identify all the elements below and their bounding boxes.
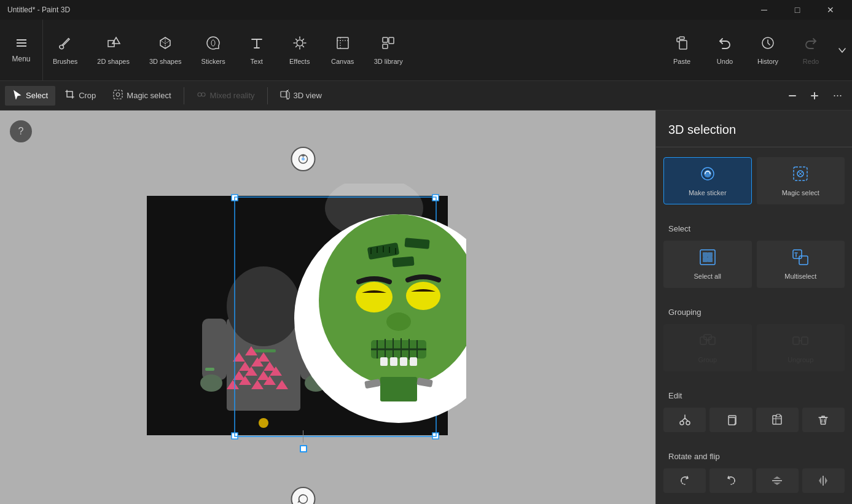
make-sticker-button[interactable]: Make sticker — [663, 157, 752, 204]
select-all-button[interactable]: Select all — [663, 241, 752, 288]
rotate-top-handle[interactable] — [291, 147, 316, 171]
zoom-out-button[interactable] — [784, 87, 801, 104]
svg-rect-51 — [432, 433, 439, 439]
svg-point-44 — [200, 374, 222, 392]
toolbar-mixed-reality[interactable]: Mixed reality — [189, 86, 262, 106]
ribbon-paste[interactable]: Paste — [660, 20, 703, 80]
toolbar-mixed-reality-label: Mixed reality — [210, 91, 255, 100]
main-content: ? — [0, 110, 852, 504]
3dlibrary-label: 3D library — [374, 58, 403, 65]
flip-horizontal-button[interactable] — [802, 468, 845, 493]
toolbar-3d-view-label: 3D view — [294, 91, 322, 100]
canvas-artwork — [141, 184, 466, 441]
menu-button[interactable]: Menu — [0, 20, 43, 80]
ribbon-right: Paste Undo History Redo — [660, 20, 852, 80]
ribbon-3dlibrary[interactable]: 3D library — [364, 20, 413, 80]
menu-label: Menu — [12, 55, 30, 63]
minimize-button[interactable]: ─ — [750, 0, 778, 20]
select-all-icon — [699, 249, 716, 269]
edit-section-title: Edit — [656, 384, 852, 405]
select-buttons: Select all Multiselect — [656, 238, 852, 290]
cut-button[interactable] — [663, 408, 706, 432]
delete-button[interactable] — [802, 408, 845, 432]
help-button[interactable]: ? — [10, 120, 32, 142]
ribbon-effects[interactable]: Effects — [278, 20, 321, 80]
svg-rect-46 — [205, 368, 214, 371]
3d-view-icon — [280, 90, 290, 102]
canvas-label: Canvas — [331, 58, 354, 65]
mixed-reality-icon — [197, 90, 206, 102]
crop-icon — [65, 90, 75, 102]
canvas-area[interactable]: ? — [0, 110, 655, 504]
svg-rect-92 — [703, 252, 708, 257]
multiselect-button[interactable]: Multiselect — [757, 241, 845, 288]
svg-rect-102 — [802, 337, 808, 344]
effects-label: Effects — [289, 58, 310, 65]
brushes-label: Brushes — [53, 58, 77, 65]
ribbon-3dshapes[interactable]: 3D shapes — [139, 20, 192, 80]
close-button[interactable]: ✕ — [816, 0, 845, 20]
ribbon-canvas[interactable]: Canvas — [321, 20, 364, 80]
ribbon-brushes[interactable]: Brushes — [43, 20, 87, 80]
toolbar-3d-view[interactable]: 3D view — [273, 86, 329, 106]
svg-point-104 — [686, 421, 690, 425]
paste-special-button[interactable] — [756, 408, 799, 432]
ribbon-2dshapes[interactable]: 2D shapes — [87, 20, 139, 80]
toolbar-select[interactable]: Select — [5, 86, 55, 106]
toolbar-separator-2 — [267, 87, 268, 104]
copy-button[interactable] — [709, 408, 752, 432]
paste-icon — [674, 36, 689, 54]
redo-icon — [803, 36, 818, 54]
stickers-label: Stickers — [201, 58, 225, 65]
window-title: Untitled* - Paint 3D — [7, 6, 70, 14]
3dlibrary-icon — [381, 36, 396, 54]
selection-handle-bottom[interactable] — [300, 445, 307, 452]
history-label: History — [757, 58, 778, 65]
svg-rect-8 — [389, 37, 394, 44]
ribbon-undo[interactable]: Undo — [703, 20, 746, 80]
3dshapes-label: 3D shapes — [149, 58, 182, 65]
svg-rect-13 — [114, 90, 122, 99]
ribbon-text[interactable]: Text — [235, 20, 278, 80]
multiselect-icon — [792, 249, 809, 269]
make-sticker-label: Make sticker — [689, 189, 727, 196]
rotate-bottom-handle[interactable] — [291, 487, 316, 505]
toolbar-magic-select[interactable]: Magic select — [106, 86, 178, 106]
svg-rect-11 — [679, 37, 684, 39]
group-icon — [699, 332, 716, 352]
maximize-button[interactable]: □ — [783, 0, 811, 20]
toolbar-crop-label: Crop — [79, 91, 96, 100]
ungroup-button[interactable]: Ungroup — [757, 324, 845, 371]
rotate-right-button[interactable] — [709, 468, 752, 493]
ribbon-stickers[interactable]: Stickers — [192, 20, 235, 80]
svg-rect-83 — [390, 357, 397, 366]
group-button[interactable]: Group — [663, 324, 752, 371]
toolbar-more-button[interactable]: ··· — [828, 87, 847, 104]
zoom-in-button[interactable] — [806, 87, 823, 104]
toolbar-zoom-controls: ··· — [784, 87, 847, 104]
multiselect-label: Multiselect — [784, 273, 816, 280]
magic-select-panel-button[interactable]: Magic select — [757, 157, 845, 204]
ribbon-items: Brushes 2D shapes 3D shapes Stickers — [43, 20, 660, 80]
text-label: Text — [251, 58, 263, 65]
svg-rect-49 — [432, 195, 439, 201]
ribbon-collapse-button[interactable] — [832, 20, 852, 80]
svg-rect-97 — [799, 256, 808, 265]
svg-point-14 — [116, 93, 120, 96]
svg-rect-85 — [410, 357, 417, 366]
flip-vertical-button[interactable] — [756, 468, 799, 493]
svg-rect-2 — [17, 45, 26, 47]
ribbon-history[interactable]: History — [746, 20, 789, 80]
select-section-title: Select — [656, 217, 852, 238]
rotate-left-button[interactable] — [663, 468, 706, 493]
ribbon-redo[interactable]: Redo — [789, 20, 832, 80]
ungroup-label: Ungroup — [788, 356, 813, 363]
svg-rect-107 — [776, 414, 780, 417]
svg-point-15 — [198, 93, 201, 96]
toolbar-crop[interactable]: Crop — [58, 86, 103, 106]
svg-point-28 — [259, 418, 268, 428]
edit-buttons — [656, 405, 852, 435]
right-panel: 3D selection Make sticker — [655, 110, 852, 504]
svg-rect-0 — [17, 39, 26, 41]
svg-point-5 — [297, 40, 303, 46]
